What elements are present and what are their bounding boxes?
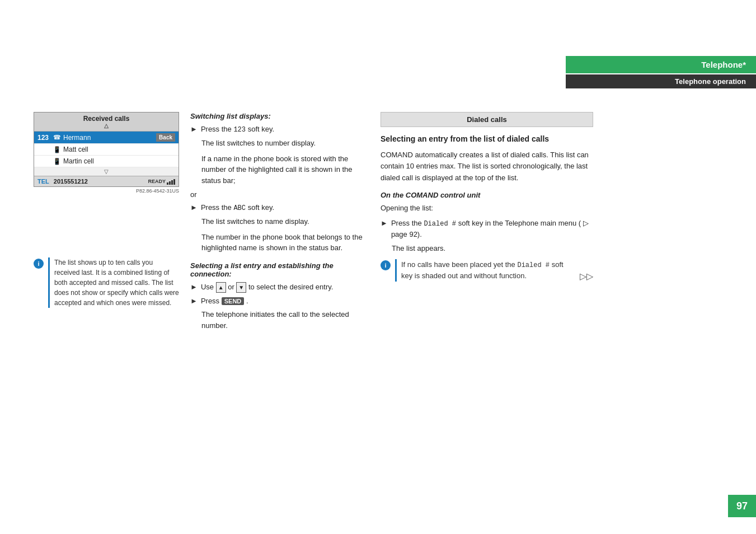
selecting-title: Selecting a list entry and establishing … — [190, 261, 369, 278]
bullet1-code: 123 — [233, 126, 246, 134]
row-name-2: Matt cell — [63, 146, 175, 153]
row-name-1: Hermann — [63, 134, 156, 142]
image-reference: P82.86-4542-31US — [34, 188, 179, 194]
left-column: Received calls △ 123 ☎ Hermann Back 📱 Ma… — [34, 112, 179, 194]
bullet-arrow-1: ► — [190, 124, 198, 135]
right-bullet-pre: Press the — [391, 219, 422, 227]
right-info-pre: If no calls have been placed yet the — [401, 260, 515, 269]
select-arrow-1: ► — [190, 282, 198, 293]
signal-bar-2 — [169, 181, 171, 185]
phone-number: 2015551212 — [54, 178, 148, 185]
signal-bar-1 — [167, 182, 168, 185]
bullet-content-2: Press the ABC soft key. — [201, 202, 369, 213]
select-bullet2-desc: The telephone initiates the call to the … — [190, 309, 369, 331]
signal-bars — [167, 178, 175, 185]
right-heading: Selecting an entry from the list of dial… — [381, 134, 593, 145]
select-arrow-2: ► — [190, 296, 198, 307]
bullet2-label: Press the — [201, 203, 232, 212]
right-body-text: COMAND automatically creates a list of d… — [381, 149, 593, 184]
dialed-code: Dialed # — [424, 220, 456, 228]
bullet1-detail: If a name in the phone book is stored wi… — [190, 153, 369, 186]
down-arrow-box: ▼ — [236, 282, 246, 293]
right-bullet-page-text: page 92). — [391, 230, 422, 238]
right-arrow-1: ► — [381, 218, 388, 240]
row-name-3: Martin cell — [63, 157, 175, 165]
right-column: Dialed calls Selecting an entry from the… — [381, 112, 593, 282]
opening-list-text: Opening the list: — [381, 203, 593, 214]
info-icon-right: i — [381, 260, 391, 270]
right-bullet-desc: The list appears. — [381, 243, 593, 254]
select-content-2: Press SEND . — [201, 296, 369, 307]
right-bullet-1: ► Press the Dialed # soft key in the Tel… — [381, 218, 593, 240]
continue-arrow: ▷▷ — [580, 271, 593, 282]
screen-title: Received calls — [83, 115, 130, 123]
right-info-box: i If no calls have been placed yet the D… — [381, 259, 593, 282]
send-key: SEND — [222, 297, 245, 305]
row-icon-2: 📱 — [53, 146, 63, 153]
dialed-calls-header: Dialed calls — [381, 112, 593, 127]
select-bullet2-pre: Press — [201, 297, 219, 305]
right-bullet-page-sym: ▷ — [583, 219, 589, 227]
screen-row-2[interactable]: 📱 Matt cell — [34, 144, 179, 156]
bullet2-code: ABC — [233, 204, 246, 212]
bullet-arrow-2: ► — [190, 202, 198, 213]
screen-row-3[interactable]: 📱 Martin cell — [34, 156, 179, 167]
bullet1-desc: The list switches to number display. — [190, 138, 369, 149]
bullet1-suffix: soft key. — [248, 125, 274, 133]
screen-row-1[interactable]: 123 ☎ Hermann Back — [34, 132, 179, 144]
info-icon-left: i — [34, 259, 44, 269]
screen-arrow-down: ▽ — [34, 167, 179, 176]
middle-column: Switching list displays: ► Press the 123… — [190, 112, 369, 335]
tab-telephone: Telephone* — [566, 56, 756, 73]
select-bullet-2: ► Press SEND . — [190, 296, 369, 307]
bullet2-desc: The list switches to name display. — [190, 216, 369, 227]
select-bullet2-post: . — [246, 297, 248, 305]
back-button[interactable]: Back — [156, 133, 175, 142]
bullet2-detail: The number in the phone book that belong… — [190, 232, 369, 254]
bullet1-label: Press the — [201, 125, 232, 133]
bullet2-suffix: soft key. — [248, 203, 274, 212]
select-bullet-1: ► Use ▲ or ▼ to select the desired entry… — [190, 282, 369, 293]
right-bullet-content-1: Press the Dialed # soft key in the Telep… — [391, 218, 593, 240]
header-area: Telephone* Telephone operation — [566, 56, 756, 88]
page-number: 97 — [728, 495, 756, 517]
tab-operation: Telephone operation — [566, 74, 756, 88]
signal-bar-4 — [173, 179, 175, 185]
right-info-text: If no calls have been placed yet the Dia… — [395, 259, 575, 282]
screen-footer: TEL 2015551212 READY — [34, 176, 179, 186]
switching-title: Switching list displays: — [190, 112, 369, 120]
sub-heading: On the COMAND control unit — [381, 191, 593, 199]
tel-label: TEL — [37, 178, 49, 185]
dialed-code-2: Dialed # — [517, 261, 550, 269]
row-num-1: 123 — [37, 134, 53, 142]
select-content-1: Use ▲ or ▼ to select the desired entry. — [201, 282, 369, 293]
select-post: to select the desired entry. — [248, 283, 334, 291]
or-text: or — [190, 190, 369, 199]
up-arrow-box: ▲ — [216, 282, 226, 293]
row-icon-3: 📱 — [53, 158, 63, 165]
select-pre: Use — [201, 283, 214, 291]
ready-text: READY — [148, 179, 166, 184]
info-text-left: The list shows up to ten calls you recei… — [48, 257, 179, 308]
signal-area: READY — [148, 178, 175, 185]
phone-screen: Received calls △ 123 ☎ Hermann Back 📱 Ma… — [34, 112, 179, 187]
row-icon-1: ☎ — [53, 134, 63, 141]
bullet-content-1: Press the 123 soft key. — [201, 124, 369, 135]
info-box-left: i The list shows up to ten calls you rec… — [34, 257, 179, 308]
bullet-item-2: ► Press the ABC soft key. — [190, 202, 369, 213]
bullet-item-1: ► Press the 123 soft key. — [190, 124, 369, 135]
screen-arrow-up: △ — [36, 123, 176, 129]
right-bullet-mid: soft key in the Telephone main menu ( — [458, 219, 581, 227]
signal-bar-3 — [171, 180, 173, 185]
screen-header: Received calls △ — [34, 113, 179, 132]
